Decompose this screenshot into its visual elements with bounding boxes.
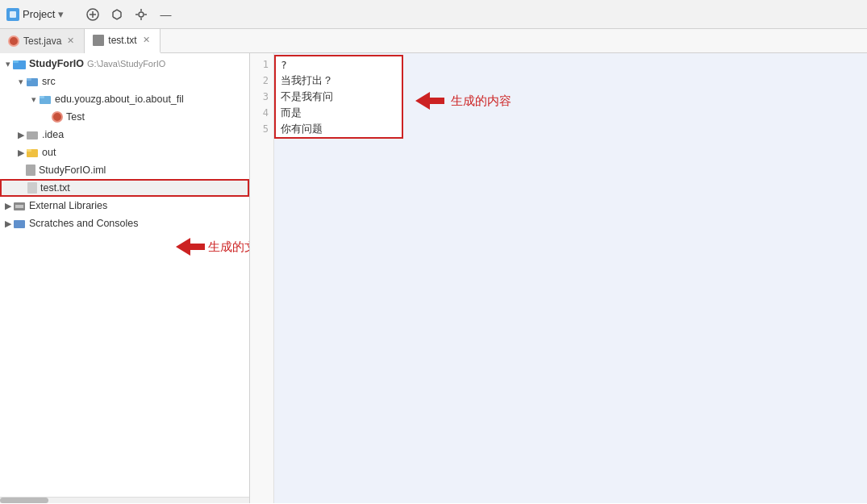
settings-icon-btn[interactable] (133, 6, 149, 23)
line-num-3: 3 (250, 89, 269, 105)
line-num-4: 4 (250, 105, 269, 121)
content-box: ? 当我打出？ 不是我有问 而是 你有问题 (274, 55, 403, 139)
code-line-4: 而是 (276, 105, 402, 121)
sidebar-scrollbar[interactable] (0, 497, 249, 503)
code-line-3: 不是我有问 (276, 89, 402, 105)
line-num-1: 1 (250, 56, 269, 73)
sidebar-annotation: 生成的文件 (176, 238, 250, 256)
code-text-1: ? (281, 59, 287, 71)
tab-test-txt[interactable]: test.txt ✕ (85, 29, 160, 53)
code-line-5: 你有问题 (276, 121, 402, 137)
sidebar-item-out[interactable]: ▶ out (0, 144, 249, 161)
svg-rect-20 (14, 202, 25, 210)
sidebar-annotation-label: 生成的文件 (208, 240, 250, 255)
svg-point-6 (139, 12, 144, 17)
scratches-expand-arrow: ▶ (3, 219, 13, 229)
sync-icon-btn[interactable] (109, 6, 125, 23)
code-line-2: 当我打出？ (276, 73, 402, 89)
tab-test-java-close[interactable]: ✕ (65, 35, 76, 46)
idea-folder-icon (26, 128, 39, 141)
sidebar-arrow-icon (176, 238, 205, 256)
test-txt-label: test.txt (40, 182, 70, 194)
txt-file-sidebar-icon (27, 182, 37, 194)
studyforio-path: G:\Java\StudyForIO (87, 59, 165, 69)
project-icon (6, 8, 19, 21)
svg-rect-23 (14, 220, 25, 228)
sidebar-item-idea[interactable]: ▶ .idea (0, 126, 249, 144)
out-folder-icon (26, 146, 39, 159)
sidebar: ▾ StudyForIO G:\Java\StudyForIO ▾ src (0, 53, 250, 503)
ext-libs-folder-icon (13, 199, 26, 212)
expand-arrow: ▾ (3, 59, 13, 69)
line-num-2: 2 (250, 73, 269, 89)
project-folder-icon (13, 57, 26, 70)
main-layout: ▾ StudyForIO G:\Java\StudyForIO ▾ src (0, 53, 867, 503)
studyforio-label: StudyForIO (29, 58, 84, 69)
edu-pkg-label: edu.youzg.about_io.about_fil (55, 94, 184, 105)
sidebar-item-scratches[interactable]: ▶ Scratches and Consoles (0, 215, 249, 232)
src-expand-arrow: ▾ (16, 77, 26, 87)
line-num-5: 5 (250, 121, 269, 137)
sidebar-item-src[interactable]: ▾ src (0, 73, 249, 90)
src-label: src (42, 76, 56, 87)
svg-rect-14 (27, 78, 31, 81)
svg-rect-12 (13, 60, 19, 63)
edu-pkg-folder-icon (39, 93, 52, 106)
svg-marker-24 (176, 238, 205, 256)
editor-annotation: 生成的内容 (415, 92, 511, 110)
editor-area: 1 2 3 4 5 ? 当我打出？ 不是我有问 (250, 53, 867, 503)
project-label: Project (23, 8, 55, 20)
sidebar-item-iml[interactable]: StudyForIO.iml (0, 161, 249, 179)
tab-bar: Test.java ✕ test.txt ✕ (0, 29, 867, 53)
txt-file-tab-icon (93, 35, 104, 46)
code-text-2: 当我打出？ (281, 73, 333, 88)
sidebar-item-edu-pkg[interactable]: ▾ edu.youzg.about_io.about_fil (0, 90, 249, 108)
out-expand-arrow: ▶ (16, 148, 26, 158)
svg-marker-25 (415, 92, 444, 110)
svg-rect-17 (27, 131, 38, 140)
code-panel[interactable]: ? 当我打出？ 不是我有问 而是 你有问题 (274, 53, 867, 503)
code-line-1: ? (276, 56, 402, 73)
code-text-5: 你有问题 (281, 122, 323, 136)
minimize-icon-btn[interactable]: — (157, 6, 173, 23)
ext-libs-label: External Libraries (29, 200, 107, 211)
editor-content: 1 2 3 4 5 ? 当我打出？ 不是我有问 (250, 53, 867, 503)
sidebar-item-external-libs[interactable]: ▶ External Libraries (0, 197, 249, 215)
project-dropdown-icon[interactable]: ▾ (58, 8, 64, 20)
out-label: out (42, 147, 56, 158)
title-bar: Project ▾ (0, 0, 867, 29)
add-icon-btn[interactable] (85, 6, 101, 23)
title-bar-icons: — (85, 6, 173, 23)
sidebar-item-test-class[interactable]: Test (0, 108, 249, 126)
line-numbers: 1 2 3 4 5 (250, 53, 274, 503)
svg-rect-0 (10, 11, 16, 18)
scratches-folder-icon (13, 217, 26, 230)
idea-expand-arrow: ▶ (16, 130, 26, 140)
iml-file-icon (26, 165, 35, 176)
scrollbar-thumb (0, 498, 48, 503)
tab-test-txt-label: test.txt (108, 35, 136, 46)
scratches-label: Scratches and Consoles (29, 218, 139, 229)
editor-annotation-label: 生成的内容 (451, 94, 511, 109)
src-folder-icon (26, 75, 39, 88)
idea-label: .idea (42, 129, 64, 140)
editor-arrow-icon (415, 92, 444, 110)
tab-test-txt-close[interactable]: ✕ (141, 35, 152, 45)
test-class-label: Test (66, 111, 85, 123)
ext-libs-expand-arrow: ▶ (3, 201, 13, 211)
title-bar-project: Project ▾ (6, 8, 64, 21)
tab-test-java[interactable]: Test.java ✕ (0, 29, 85, 53)
code-text-4: 而是 (281, 106, 302, 120)
code-text-3: 不是我有问 (281, 90, 333, 104)
sidebar-item-studyforio[interactable]: ▾ StudyForIO G:\Java\StudyForIO (0, 55, 249, 73)
sidebar-item-test-txt[interactable]: test.txt (0, 179, 249, 197)
java-file-icon (8, 35, 19, 47)
tab-test-java-label: Test.java (23, 35, 61, 47)
svg-rect-16 (40, 96, 44, 98)
iml-label: StudyForIO.iml (39, 165, 106, 176)
java-class-icon (52, 111, 63, 123)
svg-rect-19 (27, 149, 31, 152)
edu-pkg-expand-arrow: ▾ (29, 94, 39, 105)
